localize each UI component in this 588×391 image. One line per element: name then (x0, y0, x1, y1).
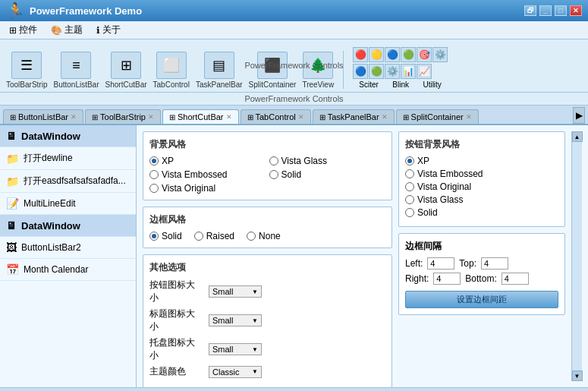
tab-splitcontainer[interactable]: ⊞ SplitContainer ✕ (396, 109, 479, 124)
spacing-right-input[interactable] (433, 273, 461, 285)
radio-border-raised[interactable] (194, 232, 203, 241)
radio-btnbg-xp[interactable] (405, 156, 414, 166)
radio-bg-vistaoriginal[interactable] (149, 184, 159, 193)
buttonlistbar2-icon: 🖼 (6, 241, 17, 254)
sciter-icon-1[interactable]: 🔴 (353, 47, 368, 62)
tabs-bar: ⊞ ButtonListBar ✕ ⊞ ToolBarStrip ✕ ⊞ Sho… (0, 106, 588, 125)
folder-icon-2: 📁 (6, 175, 19, 188)
scroll-up-button[interactable]: ▲ (572, 131, 583, 142)
set-spacing-button[interactable]: 设置边框间距 (405, 291, 558, 308)
sciter-icon-6[interactable]: ⚙️ (432, 47, 448, 62)
tab-buttonlistbar[interactable]: ⊞ ButtonListBar ✕ (3, 109, 83, 124)
tab-close-toolbarstrip[interactable]: ✕ (148, 113, 154, 121)
toolbarstrip-button[interactable]: ☰ (11, 52, 42, 79)
radio-btnbg-vistaglass[interactable] (405, 195, 414, 204)
sidebar-item-multilineedit[interactable]: 📝 MultiLineEdit (0, 193, 136, 215)
tabs-arrow[interactable]: ▶ (573, 107, 585, 124)
sciter-icon-4[interactable]: 🟢 (401, 47, 416, 62)
maximize-button[interactable]: □ (555, 5, 567, 16)
tab-close-taskpanelbar[interactable]: ✕ (382, 113, 388, 121)
tab-shortcutbar[interactable]: ⊞ ShortCutBar ✕ (162, 109, 239, 124)
sciter-icon-5[interactable]: 🎯 (417, 47, 432, 62)
toolbar-shortcutbar: ⊞ ShortCutBar (105, 52, 147, 89)
sidebar-item-buttonlistbar2[interactable]: 🖼 ButtonListBar2 (0, 237, 136, 259)
radio-bg-vistaembossed[interactable] (149, 170, 159, 179)
tab-tabcontrol[interactable]: ⊞ TabControl ✕ (241, 109, 311, 124)
bg-solid[interactable]: Solid (269, 169, 386, 180)
tab-close-tabcontrol[interactable]: ✕ (298, 113, 304, 121)
dropdown-arrow-4: ▼ (252, 368, 258, 375)
bg-vistaembossed[interactable]: Vista Embossed (149, 169, 266, 180)
sidebar-item-open-dewline[interactable]: 📁 打开dewline (0, 147, 136, 170)
blink-icon-3[interactable]: ⚙️ (385, 64, 400, 79)
radio-bg-solid[interactable] (269, 170, 278, 179)
menu-item-theme[interactable]: 🎨 主题 (45, 22, 89, 38)
tab-icon-buttonlistbar: ⊞ (10, 113, 16, 121)
radio-btnbg-solid[interactable] (405, 208, 414, 217)
menu-bar: ⊞ 控件 🎨 主题 ℹ 关于 (0, 21, 588, 39)
spacing-left-input[interactable] (427, 257, 454, 270)
btnbg-xp[interactable]: XP (405, 156, 480, 166)
btnbg-vistaglass[interactable]: Vista Glass (405, 194, 558, 205)
radio-border-none[interactable] (247, 232, 256, 241)
sciter-icon-3[interactable]: 🔵 (385, 47, 400, 62)
main-content: 🖥 DataWindow 📁 打开dewline 📁 打开easdfsafsaf… (0, 125, 588, 387)
sidebar-item-monthcalendar[interactable]: 📅 Month Calendar (0, 259, 136, 281)
blink-icon-2[interactable]: 🟢 (369, 64, 384, 79)
buttonlistbar-button[interactable]: ≡ (61, 52, 91, 79)
sciter-label: Sciter (359, 80, 379, 89)
bg-vistaglass[interactable]: Vista Glass (269, 156, 386, 166)
menu-item-controls[interactable]: ⊞ 控件 (3, 22, 43, 38)
tab-toolbarstrip[interactable]: ⊞ ToolBarStrip ✕ (85, 109, 161, 124)
tab-close-buttonlistbar[interactable]: ✕ (71, 113, 77, 121)
close-button[interactable]: ✕ (570, 5, 582, 16)
sidebar-item-datawindow2[interactable]: 🖥 DataWindow (0, 215, 136, 237)
restore-button[interactable]: 🗗 (524, 5, 536, 16)
spacing-top-input[interactable] (481, 257, 508, 270)
bg-vistaoriginal[interactable]: Vista Original (149, 183, 266, 194)
sidebar-item-datawindow1[interactable]: 🖥 DataWindow (0, 125, 136, 147)
radio-bg-vistaglass[interactable] (269, 156, 278, 166)
toolbar-taskpanelbar: ▤ TaskPanelBar (196, 52, 243, 89)
tabcontrol-button[interactable]: ⬜ (156, 52, 187, 79)
utility-icon-2[interactable]: 📈 (417, 64, 432, 79)
title-icon-size-dropdown[interactable]: Small ▼ (209, 314, 262, 326)
border-solid[interactable]: Solid (149, 231, 182, 241)
minimize-button[interactable]: _ (539, 5, 552, 16)
spacing-bottom-input[interactable] (502, 273, 529, 285)
sidebar-item-open-long[interactable]: 📁 打开easdfsafsafsafadfa... (0, 170, 136, 193)
tray-icon-size-dropdown[interactable]: Small ▼ (209, 343, 262, 355)
border-none[interactable]: None (247, 231, 281, 241)
title-bar: 🏃 PowerFramework Demo 🗗 _ □ ✕ (0, 0, 588, 21)
taskpanelbar-button[interactable]: ▤ (204, 52, 234, 79)
tab-icon-shortcutbar: ⊞ (169, 113, 175, 121)
bg-xp[interactable]: XP (149, 156, 266, 166)
radio-bg-xp[interactable] (149, 156, 159, 166)
calendar-icon: 📅 (6, 263, 19, 276)
theme-color-dropdown[interactable]: Classic ▼ (209, 366, 262, 378)
radio-btnbg-vistaembossed[interactable] (405, 169, 414, 178)
btn-icon-size-dropdown[interactable]: Small ▼ (209, 285, 262, 298)
utility-label: Utility (423, 80, 441, 89)
scrollbar[interactable]: ▲ ▼ (571, 131, 582, 381)
toolbar-tabcontrol: ⬜ TabControl (153, 52, 190, 89)
left-panel: 背景风格 XP Vista Glass Vista Embossed (143, 131, 392, 381)
radio-border-solid[interactable] (149, 232, 159, 241)
btn-bg-style-options: XP (405, 156, 558, 166)
btnbg-solid[interactable]: Solid (405, 207, 558, 218)
sciter-icon-2[interactable]: 🟡 (369, 47, 384, 62)
option-row-theme-color: 主题颜色 Classic ▼ (149, 365, 385, 378)
menu-item-about[interactable]: ℹ 关于 (90, 22, 127, 38)
scroll-down-button[interactable]: ▼ (572, 371, 583, 381)
btnbg-vistaoriginal[interactable]: Vista Original (405, 181, 558, 192)
border-raised[interactable]: Raised (194, 231, 234, 241)
radio-btnbg-vistaoriginal[interactable] (405, 182, 414, 191)
shortcutbar-button[interactable]: ⊞ (111, 52, 141, 79)
blink-icon-1[interactable]: 🔵 (353, 64, 368, 79)
tab-close-shortcutbar[interactable]: ✕ (226, 113, 232, 121)
btnbg-vistaembossed[interactable]: Vista Embossed (405, 169, 558, 179)
spacing-row-right-bottom: Right: Bottom: (405, 273, 558, 285)
utility-icon-1[interactable]: 📊 (401, 64, 416, 79)
tab-close-splitcontainer[interactable]: ✕ (466, 113, 472, 121)
tab-taskpanelbar[interactable]: ⊞ TaskPanelBar ✕ (313, 109, 395, 124)
